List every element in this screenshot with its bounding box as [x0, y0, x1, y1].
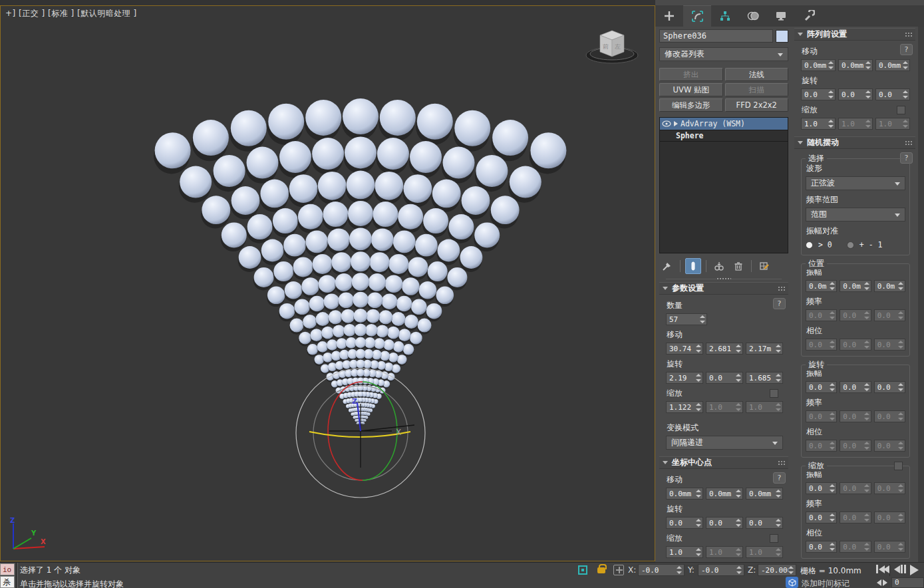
rollout-parameters-header[interactable]: 参数设置 [659, 282, 788, 295]
maxscript-mini-listener-script[interactable]: 杀 [0, 576, 15, 588]
freq-z-spinner[interactable]: 0.0 [874, 309, 905, 321]
move-x-spinner[interactable]: 30.74 [666, 343, 703, 355]
uniform-scale-checkbox[interactable] [770, 389, 778, 398]
play-button[interactable] [910, 565, 919, 575]
scale-x-spinner[interactable]: 1.0 [666, 546, 703, 558]
scale-y-spinner[interactable]: 1.0 [838, 118, 873, 130]
make-unique-button[interactable] [711, 258, 727, 274]
time-tag-cube-icon[interactable] [786, 577, 798, 588]
tab-modify[interactable] [683, 5, 711, 27]
viewport[interactable]: Z X +] [正交 ] [标准 ] [默认明暗处理 ] 前 左 Z Y X [0, 5, 655, 561]
selection-lock-icon[interactable] [597, 567, 605, 573]
move-y-spinner[interactable]: 0.0mm [706, 488, 743, 500]
amp-z-spinner[interactable]: 0.0m [874, 280, 905, 292]
move-x-spinner[interactable]: 0.0mm [666, 488, 703, 500]
y-coord-field[interactable]: -0.0 [698, 564, 744, 576]
absolute-mode-icon[interactable] [613, 565, 624, 575]
scale-y-spinner[interactable]: 1.0 [706, 546, 743, 558]
panel-scrollbar[interactable] [918, 27, 924, 562]
freq-x-spinner[interactable]: 0.0 [806, 512, 837, 523]
tab-utilities[interactable] [795, 5, 823, 27]
rotate-y-spinner[interactable]: 0.0 [838, 88, 873, 100]
viewport-canvas[interactable]: Z X [1, 6, 655, 561]
show-end-result-button[interactable] [685, 258, 701, 274]
normal-button[interactable]: 法线 [725, 68, 789, 81]
amp-x-spinner[interactable]: 0.0 [806, 482, 837, 494]
move-z-spinner[interactable]: 0.0mm [875, 59, 910, 71]
rotate-z-spinner[interactable]: 1.685 [746, 372, 783, 384]
object-name-field[interactable]: Sphere036 [659, 29, 773, 43]
scale-z-spinner[interactable]: 1.0 [875, 118, 910, 130]
freq-x-spinner[interactable]: 0.0 [806, 309, 837, 321]
rotate-x-spinner[interactable]: 0.0 [801, 88, 836, 100]
extrude-button[interactable]: 挤出 [659, 68, 723, 81]
rotate-z-spinner[interactable]: 0.0 [746, 517, 783, 529]
amp-z-spinner[interactable]: 0.0 [874, 381, 905, 393]
phase-x-spinner[interactable]: 0.0 [806, 541, 837, 553]
amp-x-spinner[interactable]: 0.0m [806, 280, 837, 292]
modifier-list-dropdown[interactable]: 修改器列表 [659, 47, 788, 61]
tab-motion[interactable] [739, 5, 767, 27]
rollout-divider[interactable] [666, 279, 782, 281]
amp-x-spinner[interactable]: 0.0 [806, 381, 837, 393]
rotate-x-spinner[interactable]: 0.0 [666, 517, 703, 529]
uniform-scale-checkbox[interactable] [894, 462, 903, 470]
freq-y-spinner[interactable]: 0.0 [840, 512, 871, 523]
rotate-z-spinner[interactable]: 0.0 [875, 88, 910, 100]
sphere-array[interactable] [154, 98, 566, 425]
edit-poly-button[interactable]: 编辑多边形 [659, 98, 723, 112]
scale-z-spinner[interactable]: 1.0 [746, 401, 783, 413]
object-color-swatch[interactable] [776, 30, 788, 43]
tab-create[interactable] [655, 5, 683, 27]
radio-plus-minus[interactable] [847, 241, 854, 249]
amp-y-spinner[interactable]: 0.0 [840, 482, 871, 494]
phase-y-spinner[interactable]: 0.0 [840, 541, 871, 553]
transform-mode-dropdown[interactable]: 间隔递进 [666, 436, 783, 450]
scale-x-spinner[interactable]: 1.122 [666, 401, 703, 413]
freq-x-spinner[interactable]: 0.0 [806, 410, 837, 422]
tab-display[interactable] [767, 5, 795, 27]
phase-y-spinner[interactable]: 0.0 [840, 339, 871, 351]
stack-item-sphere[interactable]: Sphere [660, 130, 788, 142]
rotate-y-spinner[interactable]: 0.0 [706, 517, 743, 529]
isolate-selection-icon[interactable] [578, 565, 587, 575]
visibility-eye-icon[interactable] [662, 120, 671, 127]
uniform-scale-checkbox[interactable] [897, 106, 905, 114]
go-to-start-button[interactable] [875, 565, 889, 573]
phase-x-spinner[interactable]: 0.0 [806, 440, 837, 452]
expand-arrow-icon[interactable] [674, 121, 678, 126]
scale-z-spinner[interactable]: 1.0 [746, 546, 783, 558]
listener-divider[interactable] [16, 563, 18, 588]
stack-item-advarray[interactable]: AdvArray (WSM) [660, 118, 788, 130]
freq-y-spinner[interactable]: 0.0 [840, 410, 871, 422]
previous-frame-button[interactable] [894, 565, 907, 573]
rotate-y-spinner[interactable]: 0.0 [706, 372, 743, 384]
add-time-tag-label[interactable]: 添加时间标记 [802, 578, 849, 588]
key-step-arrows[interactable] [877, 579, 887, 586]
phase-y-spinner[interactable]: 0.0 [840, 440, 871, 452]
scale-y-spinner[interactable]: 1.0 [706, 401, 743, 413]
radio-positive[interactable] [806, 241, 813, 249]
viewcube-side-label[interactable]: 左 [615, 43, 621, 50]
phase-z-spinner[interactable]: 0.0 [874, 541, 905, 553]
freq-z-spinner[interactable]: 0.0 [874, 512, 905, 523]
viewcube[interactable]: 前 左 [581, 21, 643, 69]
move-y-spinner[interactable]: 2.681 [706, 343, 743, 355]
tab-hierarchy[interactable] [711, 5, 739, 27]
rollout-random-wobble-header[interactable]: 随机摆动 [794, 136, 915, 149]
remove-modifier-button[interactable] [730, 258, 746, 274]
help-button[interactable]: ? [900, 44, 913, 55]
amp-z-spinner[interactable]: 0.0 [874, 482, 905, 494]
viewcube-front-label[interactable]: 前 [603, 43, 609, 50]
amp-y-spinner[interactable]: 0.0m [840, 280, 871, 292]
freq-y-spinner[interactable]: 0.0 [840, 309, 871, 321]
uniform-scale-checkbox[interactable] [770, 534, 778, 543]
count-spinner[interactable]: 57 [666, 313, 707, 325]
move-z-spinner[interactable]: 0.0mm [746, 488, 783, 500]
help-button[interactable]: ? [773, 298, 786, 309]
rollout-pre-array-header[interactable]: 阵列前设置 [794, 28, 915, 41]
current-frame-field[interactable]: 0 [891, 577, 924, 588]
move-z-spinner[interactable]: 2.17m [746, 343, 783, 355]
rollout-coord-center-header[interactable]: 坐标中心点 [659, 456, 788, 469]
move-x-spinner[interactable]: 0.0mm [801, 59, 836, 71]
